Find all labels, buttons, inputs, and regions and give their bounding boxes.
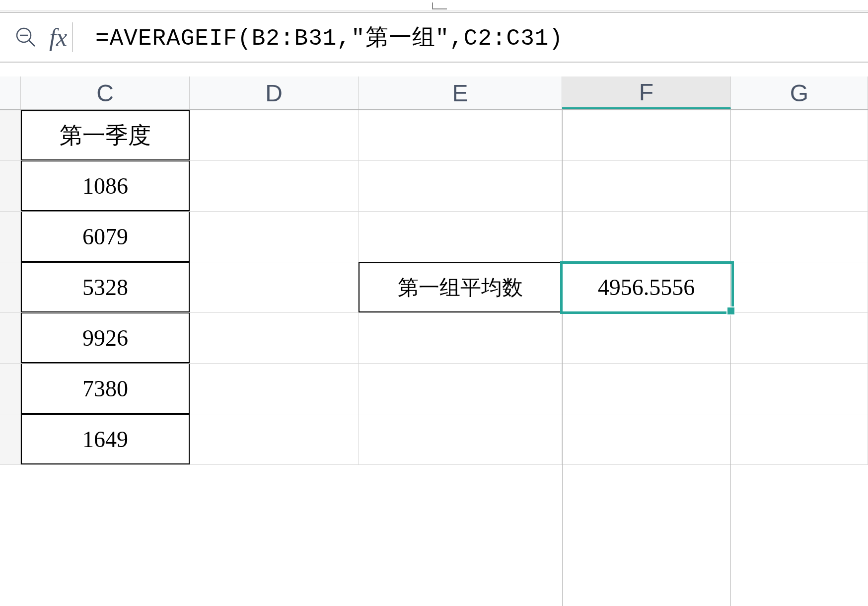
cell-E5[interactable] [359, 313, 562, 363]
cell-C4[interactable]: 5328 [21, 262, 190, 312]
cell-E1[interactable] [359, 110, 562, 160]
grid-row: 1649 [0, 414, 868, 465]
grid-row: 6079 [0, 212, 868, 262]
grid-row: 1086 [0, 161, 868, 212]
spacer [0, 63, 868, 76]
grid-rows: 第一季度 1086 6079 5328 [0, 110, 868, 465]
formula-input[interactable] [85, 22, 853, 53]
grid-row: 9926 [0, 313, 868, 364]
cell-D1[interactable] [190, 110, 359, 160]
col-header-E[interactable]: E [359, 76, 562, 109]
cell-F4[interactable]: 4956.5556 [562, 262, 731, 312]
cell-F2[interactable] [562, 161, 731, 211]
cell-D7[interactable] [190, 414, 359, 464]
cell-D3[interactable] [190, 212, 359, 262]
cell-C1[interactable]: 第一季度 [21, 110, 190, 160]
cell-G4[interactable] [731, 262, 868, 312]
cell-C5[interactable]: 9926 [21, 313, 190, 363]
cell-D6[interactable] [190, 364, 359, 414]
cell-G2[interactable] [731, 161, 868, 211]
svg-line-1 [29, 40, 35, 46]
row-header[interactable] [0, 212, 21, 262]
cell-C2[interactable]: 1086 [21, 161, 190, 211]
top-spacer [0, 0, 868, 10]
row-header[interactable] [0, 161, 21, 211]
grid-row: 第一季度 [0, 110, 868, 161]
grid-row: 5328 第一组平均数 4956.5556 [0, 262, 868, 313]
spreadsheet-grid: C D E F G 第一季度 1086 6079 [0, 76, 868, 465]
formula-bar: fx [0, 13, 868, 63]
cell-E6[interactable] [359, 364, 562, 414]
col-header-F[interactable]: F [562, 76, 731, 109]
grid-row: 7380 [0, 364, 868, 414]
cell-G6[interactable] [731, 364, 868, 414]
row-header[interactable] [0, 414, 21, 464]
col-header-C[interactable]: C [21, 76, 190, 109]
cell-D2[interactable] [190, 161, 359, 211]
fx-icon[interactable]: fx [49, 22, 73, 52]
row-header[interactable] [0, 313, 21, 363]
cell-C7[interactable]: 1649 [21, 414, 190, 464]
cell-F6[interactable] [562, 364, 731, 414]
cell-E3[interactable] [359, 212, 562, 262]
zoom-out-icon[interactable] [15, 26, 37, 48]
cell-G1[interactable] [731, 110, 868, 160]
cell-E7[interactable] [359, 414, 562, 464]
cell-C3[interactable]: 6079 [21, 212, 190, 262]
cell-F1[interactable] [562, 110, 731, 160]
column-headers: C D E F G [0, 76, 868, 110]
cell-F3[interactable] [562, 212, 731, 262]
row-header[interactable] [0, 364, 21, 414]
corner-cell[interactable] [0, 76, 21, 109]
cell-G3[interactable] [731, 212, 868, 262]
cell-D5[interactable] [190, 313, 359, 363]
col-header-D[interactable]: D [190, 76, 359, 109]
cell-F5[interactable] [562, 313, 731, 363]
cell-F7[interactable] [562, 414, 731, 464]
cell-D4[interactable] [190, 262, 359, 312]
cell-E4[interactable]: 第一组平均数 [359, 262, 562, 312]
row-header[interactable] [0, 110, 21, 160]
cell-G5[interactable] [731, 313, 868, 363]
row-header[interactable] [0, 262, 21, 312]
cell-G7[interactable] [731, 414, 868, 464]
cell-C6[interactable]: 7380 [21, 364, 190, 414]
col-header-G[interactable]: G [731, 76, 868, 109]
cell-E2[interactable] [359, 161, 562, 211]
